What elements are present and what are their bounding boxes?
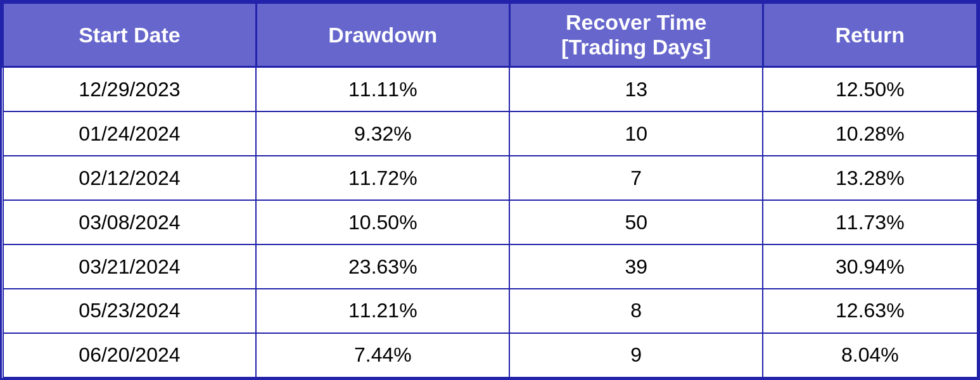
return-cell: 13.28%: [763, 156, 977, 200]
drawdown-cell: 11.21%: [256, 289, 509, 333]
return-cell: 12.50%: [763, 67, 977, 112]
drawdown-cell: 10.50%: [256, 200, 509, 244]
recover-time-cell: 7: [509, 156, 763, 200]
start-date-cell: 03/21/2024: [3, 244, 257, 289]
return-cell: 10.28%: [763, 111, 977, 156]
recover-time-cell: 10: [509, 111, 763, 156]
return-cell: 11.73%: [763, 200, 977, 244]
return-cell: 8.04%: [763, 333, 977, 377]
drawdown-cell: 11.11%: [256, 67, 509, 112]
drawdown-cell: 23.63%: [256, 244, 509, 289]
header-recover-time: Recover Time [Trading Days]: [509, 3, 763, 67]
start-date-cell: 02/12/2024: [3, 156, 257, 200]
header-return: Return: [763, 3, 977, 67]
drawdown-cell: 11.72%: [256, 156, 509, 200]
return-cell: 12.63%: [763, 289, 977, 333]
table-row: 02/12/202411.72%713.28%: [3, 156, 977, 200]
table-row: 03/21/202423.63%3930.94%: [3, 244, 977, 289]
data-table: Start Date Drawdown Recover Time [Tradin…: [0, 0, 980, 380]
table-row: 05/23/202411.21%812.63%: [3, 289, 977, 333]
recover-time-cell: 13: [509, 67, 763, 112]
table-row: 06/20/20247.44%98.04%: [3, 333, 977, 377]
start-date-cell: 01/24/2024: [3, 111, 257, 156]
table-row: 12/29/202311.11%1312.50%: [3, 67, 977, 112]
recover-time-cell: 8: [509, 289, 763, 333]
start-date-cell: 03/08/2024: [3, 200, 257, 244]
drawdown-cell: 7.44%: [256, 333, 509, 377]
table-row: 01/24/20249.32%1010.28%: [3, 111, 977, 156]
start-date-cell: 06/20/2024: [3, 333, 257, 377]
recover-time-cell: 39: [509, 244, 763, 289]
recover-time-cell: 9: [509, 333, 763, 377]
start-date-cell: 12/29/2023: [3, 67, 257, 112]
return-cell: 30.94%: [763, 244, 977, 289]
table-row: 03/08/202410.50%5011.73%: [3, 200, 977, 244]
header-drawdown: Drawdown: [256, 3, 509, 67]
header-start-date: Start Date: [3, 3, 257, 67]
drawdown-cell: 9.32%: [256, 111, 509, 156]
start-date-cell: 05/23/2024: [3, 289, 257, 333]
recover-time-cell: 50: [509, 200, 763, 244]
